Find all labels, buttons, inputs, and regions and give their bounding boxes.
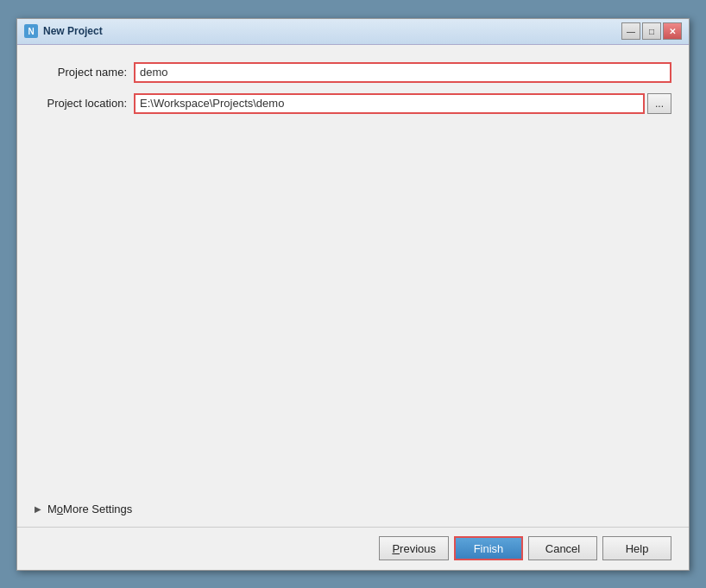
project-location-row: Project location: ... xyxy=(35,93,671,114)
more-settings-toggle[interactable]: ▶ MoMore Settings xyxy=(35,496,671,522)
previous-label: Previous xyxy=(392,542,436,555)
project-location-label: Project location: xyxy=(35,97,134,110)
content-area: Project name: Project location: ... xyxy=(17,45,689,496)
cancel-button[interactable]: Cancel xyxy=(528,536,597,560)
window-icon: N xyxy=(24,24,38,38)
dialog-footer: Previous Finish Cancel Help xyxy=(17,527,689,570)
more-settings-arrow-icon: ▶ xyxy=(35,504,43,513)
maximize-button[interactable]: □ xyxy=(642,22,661,40)
minimize-button[interactable]: — xyxy=(621,22,640,40)
project-name-row: Project name: xyxy=(35,62,671,83)
browse-button[interactable]: ... xyxy=(647,93,671,114)
previous-button[interactable]: Previous xyxy=(379,536,449,560)
more-settings-section: ▶ MoMore Settings xyxy=(17,496,689,527)
dialog-window: N New Project — □ ✕ Project name: Projec… xyxy=(16,18,690,571)
more-settings-label: MoMore Settings xyxy=(47,503,132,515)
project-name-input[interactable] xyxy=(134,62,671,83)
window-title: New Project xyxy=(43,25,621,37)
project-location-input[interactable] xyxy=(134,93,645,114)
finish-button[interactable]: Finish xyxy=(454,536,523,560)
project-name-label: Project name: xyxy=(35,66,134,79)
location-field-group: ... xyxy=(134,93,671,114)
title-bar-controls: — □ ✕ xyxy=(621,22,682,40)
help-button[interactable]: Help xyxy=(602,536,671,560)
title-bar: N New Project — □ ✕ xyxy=(17,19,689,45)
close-button[interactable]: ✕ xyxy=(663,22,682,40)
